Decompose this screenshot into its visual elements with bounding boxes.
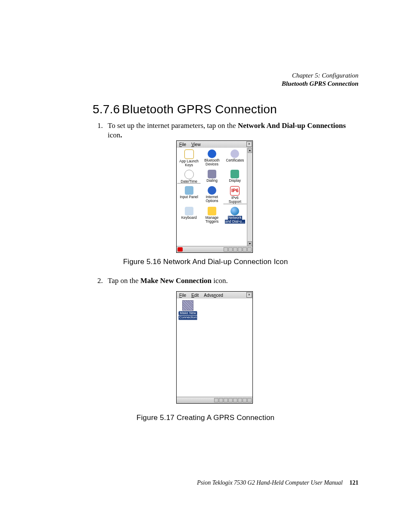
tray-icon[interactable] [238, 247, 242, 252]
start-button[interactable] [177, 247, 183, 252]
step-1-text-a: To set up the internet parameters, tap o… [108, 121, 238, 130]
manage-triggers-icon [208, 207, 216, 215]
screenshot-control-panel: File View × App LaunchKeys BluetoothDevi… [176, 140, 253, 253]
tray-icon[interactable] [214, 398, 218, 402]
tray-icon[interactable] [243, 398, 247, 402]
vertical-scrollbar[interactable]: ▲ ▼ [247, 148, 252, 246]
ipv6-icon: IP6 [230, 186, 240, 196]
close-button[interactable]: × [246, 292, 252, 298]
step-2-number: 2. [97, 276, 103, 286]
icon-app-launch-keys[interactable]: App LaunchKeys [177, 149, 200, 167]
chapter-line: Chapter 5: Configuration [282, 72, 358, 80]
icon-bluetooth-devices[interactable]: BluetoothDevices [200, 149, 223, 167]
icon-make-new-connection[interactable]: Make New Connection [178, 300, 197, 320]
tray-icon[interactable] [224, 398, 228, 402]
step-2-text-c: icon. [212, 277, 228, 285]
step-1-period: . [120, 131, 122, 139]
tray-icon[interactable] [238, 398, 242, 402]
page-number: 121 [349, 479, 358, 486]
input-panel-icon [185, 186, 193, 195]
clock-icon [184, 170, 194, 179]
icon-keyboard[interactable]: Keyboard [177, 207, 200, 224]
control-panel-client: App LaunchKeys BluetoothDevices Certific… [177, 148, 247, 246]
figure-caption-5-17: Figure 5.17 Creating A GPRS Connection [0, 414, 411, 422]
icon-ipv6-support[interactable]: IP6IPv6Support [224, 186, 246, 204]
menu-advanced[interactable]: Advanced [201, 292, 225, 298]
app-icon [184, 149, 194, 159]
display-icon [230, 170, 239, 178]
section-title: Bluetooth GPRS Connection [122, 103, 277, 116]
internet-icon [208, 186, 216, 195]
taskbar [177, 246, 252, 252]
taskbar [177, 397, 252, 403]
step-2-text-a: Tap on the [108, 277, 140, 285]
menu-edit[interactable]: Edit [189, 292, 201, 298]
icon-input-panel[interactable]: Input Panel [177, 186, 200, 204]
step-1-text-c: icon [108, 131, 120, 139]
icon-dialing[interactable]: Dialing [200, 170, 223, 184]
system-tray [224, 247, 252, 252]
icon-certificates[interactable]: Certificates [224, 149, 246, 167]
scroll-up-button[interactable]: ▲ [248, 148, 252, 153]
tray-icon[interactable] [247, 398, 252, 402]
bluetooth-icon [208, 149, 216, 158]
tray-icon[interactable] [233, 247, 237, 252]
step-1: 1. To set up the internet parameters, ta… [108, 121, 347, 140]
tray-icon[interactable] [243, 247, 247, 252]
icon-manage-triggers[interactable]: ManageTriggers [200, 207, 223, 224]
icon-grid: App LaunchKeys BluetoothDevices Certific… [177, 148, 247, 224]
keyboard-icon [185, 207, 193, 215]
page-footer: Psion Teklogix 7530 G2 Hand-Held Compute… [197, 479, 358, 486]
screenshot-make-new-connection: File Edit Advanced × Make New Connection [176, 291, 253, 404]
menu-view[interactable]: View [189, 142, 203, 147]
icon-date-time[interactable]: Date/Time [177, 170, 200, 184]
section-heading: 5.7.6Bluetooth GPRS Connection [93, 103, 277, 116]
menubar: File View × [177, 141, 252, 148]
topic-line: Bluetooth GPRS Connection [282, 80, 358, 88]
icon-internet-options[interactable]: InternetOptions [200, 186, 223, 204]
icon-display[interactable]: Display [224, 170, 246, 184]
menubar: File Edit Advanced × [177, 292, 252, 299]
new-connection-icon [182, 300, 193, 311]
step-2-bold: Make New Connection [140, 277, 212, 285]
step-1-number: 1. [97, 121, 103, 131]
tray-icon[interactable] [228, 398, 233, 402]
tray-icon[interactable] [233, 398, 237, 402]
menu-file[interactable]: File [177, 142, 189, 147]
globe-icon [230, 207, 239, 215]
certificates-icon [230, 149, 239, 158]
close-button[interactable]: × [246, 141, 252, 147]
page-header: Chapter 5: Configuration Bluetooth GPRS … [282, 72, 358, 88]
menu-file[interactable]: File [177, 292, 189, 298]
manual-page: Chapter 5: Configuration Bluetooth GPRS … [0, 0, 411, 532]
dialing-icon [208, 170, 216, 178]
step-2: 2. Tap on the Make New Connection icon. [108, 276, 347, 286]
footer-text: Psion Teklogix 7530 G2 Hand-Held Compute… [197, 479, 342, 486]
figure-caption-5-16: Figure 5.16 Network And Dial-up Connecti… [0, 258, 411, 266]
icon-network-dialup[interactable]: Networkand Dial-u... [224, 207, 246, 224]
tray-icon[interactable] [247, 247, 252, 252]
tray-icon[interactable] [219, 398, 223, 402]
system-tray [214, 398, 252, 402]
connections-client: Make New Connection [177, 299, 252, 397]
step-1-bold: Network And Dial-up Connections [238, 121, 346, 130]
section-number: 5.7.6 [93, 103, 122, 116]
tray-icon[interactable] [228, 247, 233, 252]
tray-icon[interactable] [224, 247, 228, 252]
